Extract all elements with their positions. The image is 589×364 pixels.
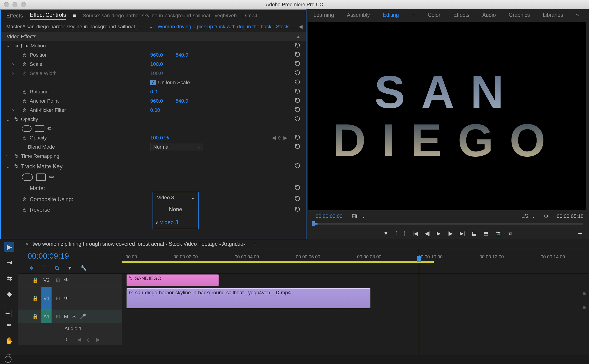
matte-dropdown-header[interactable]: Video 3 ⌄	[153, 192, 198, 203]
vertical-scroll-handle[interactable]	[583, 306, 586, 309]
expand-icon[interactable]: ›	[12, 89, 14, 95]
stopwatch-icon[interactable]	[21, 197, 28, 202]
workspace-audio[interactable]: Audio	[482, 12, 496, 18]
uniform-scale-checkbox[interactable]: ✓	[150, 80, 156, 85]
sync-lock-icon[interactable]: ⊡	[56, 314, 60, 320]
chevron-down-icon[interactable]: ⌄	[149, 24, 153, 30]
fx-badge-icon[interactable]: fx	[14, 43, 21, 49]
tab-source[interactable]: Source: san-diego-harbor-skyline-in-back…	[83, 13, 257, 19]
reset-icon[interactable]	[294, 134, 301, 142]
stopwatch-icon[interactable]	[21, 89, 28, 94]
mark-out-icon[interactable]: {	[395, 231, 397, 237]
time-ruler[interactable]: :00:00 00:00:02:00 00:00:04:00 00:00:06:…	[122, 249, 589, 263]
solo-button[interactable]: S	[72, 314, 76, 320]
reset-icon[interactable]	[294, 116, 301, 123]
reset-icon[interactable]	[294, 106, 301, 114]
expand-icon[interactable]: ›	[12, 61, 14, 67]
effect-motion[interactable]: ⌄ fx ⬚▸ Motion	[1, 41, 306, 50]
pen-mask-icon[interactable]: ✎	[46, 124, 54, 133]
button-editor-icon[interactable]: +	[578, 230, 582, 237]
razor-tool-icon[interactable]: ◆	[4, 289, 14, 299]
slip-tool-icon[interactable]: |↔|	[4, 304, 14, 314]
blend-mode-select[interactable]: Normal ⌄	[150, 143, 203, 151]
stopwatch-icon[interactable]	[21, 108, 28, 113]
workspace-editing[interactable]: Editing	[383, 12, 399, 18]
track-visibility-icon[interactable]: 👁	[64, 277, 69, 283]
sequence-tab[interactable]: × two women zip lining through snow cove…	[18, 239, 589, 249]
fx-badge-icon[interactable]: fx	[14, 163, 21, 169]
clip-video-v1[interactable]: fx san-diego-harbor-skyline-in-backgroun…	[127, 288, 370, 308]
anchor-y[interactable]: 540.0	[175, 98, 188, 104]
timeline-timecode[interactable]: 00:00:09:19	[28, 252, 122, 260]
panel-menu-icon[interactable]: ≡	[73, 13, 76, 19]
reset-icon[interactable]	[294, 143, 301, 151]
property-position[interactable]: Position 960.0 540.0	[1, 50, 306, 60]
workspace-overflow-icon[interactable]: »	[576, 12, 579, 18]
tab-effects[interactable]: Effects	[6, 13, 23, 19]
vertical-scroll-handle[interactable]	[583, 292, 586, 295]
workspace-learning[interactable]: Learning	[313, 12, 334, 18]
add-marker-icon[interactable]: ⧉	[55, 265, 59, 271]
marker-icon[interactable]: ▼	[67, 265, 72, 271]
pen-tool-icon[interactable]: ✒	[4, 320, 14, 330]
play-icon[interactable]: ▶	[437, 231, 440, 237]
keyframe-nav[interactable]: ◀◇▶	[272, 135, 287, 141]
track-header-v2[interactable]: 🔒 V2 ⊡ 👁	[18, 273, 122, 287]
sync-lock-icon[interactable]: ⊡	[56, 277, 60, 283]
matte-dropdown[interactable]: Video 3 ⌄ None ✓ Video 3	[153, 192, 199, 229]
reset-icon[interactable]	[294, 79, 301, 86]
track-header-v1[interactable]: 🔒 V1 ⊡ 👁	[18, 287, 122, 310]
prev-keyframe-icon[interactable]: ◀	[272, 135, 276, 141]
rotation-value[interactable]: 0.0	[150, 89, 157, 95]
collapse-icon[interactable]: ▲	[296, 34, 301, 39]
matte-option-none[interactable]: None	[153, 203, 198, 216]
position-x[interactable]: 960.0	[150, 52, 163, 58]
pen-mask-icon[interactable]: ✎	[47, 172, 57, 182]
reset-icon[interactable]	[294, 51, 301, 59]
property-rotation[interactable]: › Rotation 0.0	[1, 87, 306, 96]
scale-value[interactable]: 100.0	[150, 61, 163, 67]
fit-select[interactable]: Fit ⌄	[352, 213, 366, 219]
close-icon[interactable]: ×	[25, 241, 28, 247]
playhead-handle-icon[interactable]	[417, 256, 421, 262]
reset-icon[interactable]	[294, 60, 301, 68]
stopwatch-icon[interactable]	[21, 98, 28, 104]
minimize-window-icon[interactable]	[13, 2, 18, 7]
scrub-playhead[interactable]	[312, 221, 315, 226]
reset-icon[interactable]	[294, 195, 301, 203]
zoom-window-icon[interactable]	[21, 2, 26, 7]
expand-icon[interactable]: ›	[12, 107, 14, 113]
linked-sequence-label[interactable]: Woman driving a pick up truck with dog i…	[158, 24, 295, 30]
step-forward-icon[interactable]: |▶	[447, 231, 453, 237]
program-monitor[interactable]: SAN DIEGO	[308, 22, 586, 210]
effect-opacity[interactable]: ⌄ fx Opacity	[1, 115, 306, 124]
ellipse-mask-icon[interactable]	[22, 125, 32, 132]
position-y[interactable]: 540.0	[175, 52, 188, 58]
scrub-track[interactable]	[312, 223, 583, 225]
clip-sandiego[interactable]: fx SANDIEGO	[127, 274, 219, 286]
settings-icon[interactable]: ⚙	[544, 213, 549, 219]
reset-icon[interactable]	[294, 184, 301, 192]
reset-icon[interactable]	[294, 206, 301, 214]
prev-keyframe-icon[interactable]: ◀	[77, 337, 81, 343]
reset-icon[interactable]	[294, 88, 301, 96]
lift-icon[interactable]: ⬓	[472, 231, 477, 237]
mark-in-icon[interactable]: ▼	[383, 231, 388, 237]
reset-icon[interactable]	[294, 42, 301, 50]
go-to-in-icon[interactable]: |◀	[413, 231, 418, 237]
snap-icon[interactable]: ❄	[29, 265, 34, 271]
reset-icon[interactable]	[294, 70, 301, 77]
track-name-v2[interactable]: V2	[41, 277, 52, 283]
workspace-effects[interactable]: Effects	[453, 12, 469, 18]
volume-keyframe-label[interactable]: 0.	[65, 337, 69, 343]
reset-icon[interactable]	[294, 97, 301, 105]
fx-badge-icon[interactable]: fx	[14, 153, 21, 159]
track-select-tool-icon[interactable]: ⇥	[4, 257, 14, 267]
reset-icon[interactable]	[294, 162, 301, 170]
property-antiflicker[interactable]: › Anti-flicker Filter 0.00	[1, 106, 306, 115]
stopwatch-icon[interactable]	[21, 135, 28, 140]
matte-option-video3[interactable]: ✓ Video 3	[153, 216, 198, 229]
workspace-menu-icon[interactable]: ≡	[412, 12, 415, 18]
lock-icon[interactable]: 🔒	[32, 295, 39, 301]
export-frame-icon[interactable]: 📷	[495, 231, 502, 237]
